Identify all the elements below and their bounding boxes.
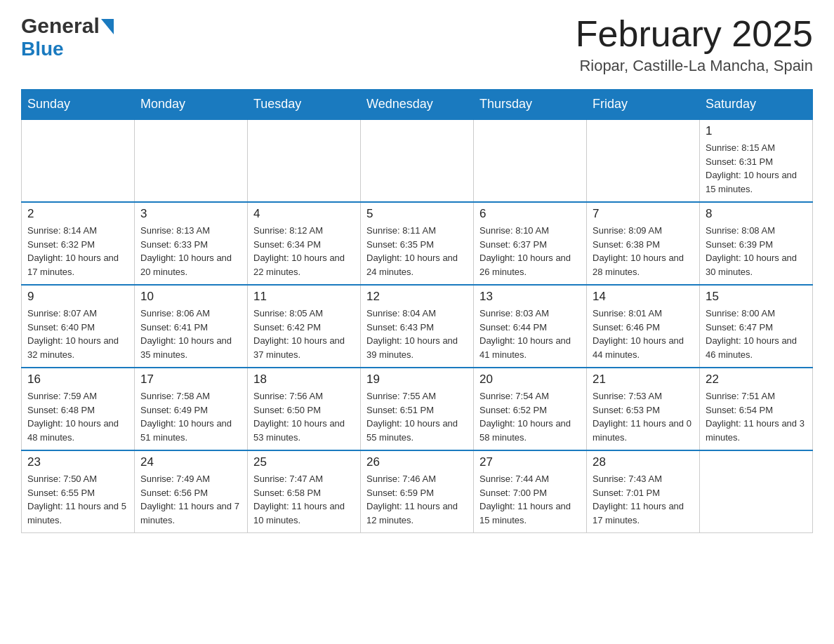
day-info: Sunrise: 8:01 AMSunset: 6:46 PMDaylight:…	[593, 307, 694, 361]
logo-triangle-icon	[101, 19, 114, 34]
day-info: Sunrise: 7:51 AMSunset: 6:54 PMDaylight:…	[706, 389, 807, 444]
day-info: Sunrise: 7:59 AMSunset: 6:48 PMDaylight:…	[27, 389, 128, 444]
calendar-day-cell	[700, 450, 813, 533]
day-info: Sunrise: 7:46 AMSunset: 6:59 PMDaylight:…	[366, 472, 468, 527]
day-number: 8	[706, 207, 807, 221]
day-info: Sunrise: 8:00 AMSunset: 6:47 PMDaylight:…	[706, 307, 807, 361]
day-number: 20	[479, 373, 581, 387]
day-number: 2	[27, 207, 128, 221]
calendar-week-row: 9Sunrise: 8:07 AMSunset: 6:40 PMDaylight…	[22, 285, 813, 368]
day-info: Sunrise: 8:14 AMSunset: 6:32 PMDaylight:…	[27, 224, 128, 279]
day-number: 25	[253, 455, 355, 469]
calendar-day-cell: 8Sunrise: 8:08 AMSunset: 6:39 PMDaylight…	[700, 202, 813, 285]
day-number: 11	[253, 290, 355, 304]
day-info: Sunrise: 8:12 AMSunset: 6:34 PMDaylight:…	[253, 224, 355, 279]
day-info: Sunrise: 8:03 AMSunset: 6:44 PMDaylight:…	[479, 307, 581, 361]
day-info: Sunrise: 7:54 AMSunset: 6:52 PMDaylight:…	[479, 389, 581, 444]
calendar-day-cell: 22Sunrise: 7:51 AMSunset: 6:54 PMDayligh…	[700, 368, 813, 450]
location-subtitle: Riopar, Castille-La Mancha, Spain	[576, 57, 813, 75]
calendar-day-cell: 28Sunrise: 7:43 AMSunset: 7:01 PMDayligh…	[587, 450, 700, 533]
calendar-day-cell: 9Sunrise: 8:07 AMSunset: 6:40 PMDaylight…	[22, 285, 135, 368]
day-info: Sunrise: 7:55 AMSunset: 6:51 PMDaylight:…	[366, 389, 468, 444]
day-number: 9	[27, 290, 128, 304]
day-info: Sunrise: 7:43 AMSunset: 7:01 PMDaylight:…	[593, 472, 694, 527]
calendar-week-row: 2Sunrise: 8:14 AMSunset: 6:32 PMDaylight…	[22, 202, 813, 285]
day-info: Sunrise: 8:10 AMSunset: 6:37 PMDaylight:…	[479, 224, 581, 279]
logo-area: General Blue	[21, 14, 114, 60]
col-sunday: Sunday	[22, 90, 135, 120]
calendar-day-cell: 21Sunrise: 7:53 AMSunset: 6:53 PMDayligh…	[587, 368, 700, 450]
day-info: Sunrise: 8:09 AMSunset: 6:38 PMDaylight:…	[593, 224, 694, 279]
calendar-day-cell	[22, 119, 135, 202]
day-info: Sunrise: 8:11 AMSunset: 6:35 PMDaylight:…	[366, 224, 468, 279]
logo-blue-text: Blue	[21, 38, 64, 60]
calendar-day-cell: 14Sunrise: 8:01 AMSunset: 6:46 PMDayligh…	[587, 285, 700, 368]
calendar-day-cell: 23Sunrise: 7:50 AMSunset: 6:55 PMDayligh…	[22, 450, 135, 533]
calendar-week-row: 16Sunrise: 7:59 AMSunset: 6:48 PMDayligh…	[22, 368, 813, 450]
day-info: Sunrise: 7:58 AMSunset: 6:49 PMDaylight:…	[140, 389, 241, 444]
day-info: Sunrise: 7:50 AMSunset: 6:55 PMDaylight:…	[27, 472, 128, 527]
col-monday: Monday	[135, 90, 248, 120]
calendar-day-cell	[248, 119, 361, 202]
calendar-day-cell: 2Sunrise: 8:14 AMSunset: 6:32 PMDaylight…	[22, 202, 135, 285]
calendar-table: Sunday Monday Tuesday Wednesday Thursday…	[21, 89, 813, 533]
day-number: 15	[706, 290, 807, 304]
calendar-day-cell: 25Sunrise: 7:47 AMSunset: 6:58 PMDayligh…	[248, 450, 361, 533]
col-saturday: Saturday	[700, 90, 813, 120]
calendar-day-cell	[135, 119, 248, 202]
calendar-day-cell: 7Sunrise: 8:09 AMSunset: 6:38 PMDaylight…	[587, 202, 700, 285]
day-number: 14	[593, 290, 694, 304]
calendar-day-cell: 4Sunrise: 8:12 AMSunset: 6:34 PMDaylight…	[248, 202, 361, 285]
day-number: 26	[366, 455, 468, 469]
calendar-day-cell: 24Sunrise: 7:49 AMSunset: 6:56 PMDayligh…	[135, 450, 248, 533]
day-number: 17	[140, 373, 241, 387]
day-number: 3	[140, 207, 241, 221]
calendar-day-cell: 16Sunrise: 7:59 AMSunset: 6:48 PMDayligh…	[22, 368, 135, 450]
calendar-week-row: 1Sunrise: 8:15 AMSunset: 6:31 PMDaylight…	[22, 119, 813, 202]
day-number: 23	[27, 455, 128, 469]
day-info: Sunrise: 8:15 AMSunset: 6:31 PMDaylight:…	[706, 141, 807, 196]
day-number: 16	[27, 373, 128, 387]
day-number: 4	[253, 207, 355, 221]
calendar-day-cell: 13Sunrise: 8:03 AMSunset: 6:44 PMDayligh…	[474, 285, 587, 368]
col-tuesday: Tuesday	[248, 90, 361, 120]
calendar-day-cell: 20Sunrise: 7:54 AMSunset: 6:52 PMDayligh…	[474, 368, 587, 450]
calendar-day-cell: 10Sunrise: 8:06 AMSunset: 6:41 PMDayligh…	[135, 285, 248, 368]
day-info: Sunrise: 7:53 AMSunset: 6:53 PMDaylight:…	[593, 389, 694, 444]
day-number: 24	[140, 455, 241, 469]
day-number: 21	[593, 373, 694, 387]
day-info: Sunrise: 8:05 AMSunset: 6:42 PMDaylight:…	[253, 307, 355, 361]
calendar-day-cell: 26Sunrise: 7:46 AMSunset: 6:59 PMDayligh…	[361, 450, 474, 533]
day-number: 19	[366, 373, 468, 387]
title-area: February 2025 Riopar, Castille-La Mancha…	[576, 14, 813, 75]
day-info: Sunrise: 7:44 AMSunset: 7:00 PMDaylight:…	[479, 472, 581, 527]
calendar-day-cell: 3Sunrise: 8:13 AMSunset: 6:33 PMDaylight…	[135, 202, 248, 285]
day-info: Sunrise: 7:56 AMSunset: 6:50 PMDaylight:…	[253, 389, 355, 444]
calendar-day-cell: 18Sunrise: 7:56 AMSunset: 6:50 PMDayligh…	[248, 368, 361, 450]
calendar-day-cell: 17Sunrise: 7:58 AMSunset: 6:49 PMDayligh…	[135, 368, 248, 450]
calendar-day-cell: 11Sunrise: 8:05 AMSunset: 6:42 PMDayligh…	[248, 285, 361, 368]
calendar-day-cell: 1Sunrise: 8:15 AMSunset: 6:31 PMDaylight…	[700, 119, 813, 202]
calendar-day-cell: 5Sunrise: 8:11 AMSunset: 6:35 PMDaylight…	[361, 202, 474, 285]
calendar-day-cell: 6Sunrise: 8:10 AMSunset: 6:37 PMDaylight…	[474, 202, 587, 285]
col-thursday: Thursday	[474, 90, 587, 120]
day-info: Sunrise: 8:13 AMSunset: 6:33 PMDaylight:…	[140, 224, 241, 279]
day-number: 27	[479, 455, 581, 469]
calendar-day-cell	[474, 119, 587, 202]
day-number: 13	[479, 290, 581, 304]
month-title: February 2025	[576, 14, 813, 54]
calendar-day-cell: 19Sunrise: 7:55 AMSunset: 6:51 PMDayligh…	[361, 368, 474, 450]
day-info: Sunrise: 8:04 AMSunset: 6:43 PMDaylight:…	[366, 307, 468, 361]
calendar-day-cell: 15Sunrise: 8:00 AMSunset: 6:47 PMDayligh…	[700, 285, 813, 368]
day-number: 1	[706, 124, 807, 138]
col-friday: Friday	[587, 90, 700, 120]
calendar-day-cell	[361, 119, 474, 202]
day-info: Sunrise: 7:47 AMSunset: 6:58 PMDaylight:…	[253, 472, 355, 527]
day-info: Sunrise: 8:06 AMSunset: 6:41 PMDaylight:…	[140, 307, 241, 361]
day-number: 6	[479, 207, 581, 221]
day-number: 12	[366, 290, 468, 304]
day-number: 28	[593, 455, 694, 469]
calendar-week-row: 23Sunrise: 7:50 AMSunset: 6:55 PMDayligh…	[22, 450, 813, 533]
day-info: Sunrise: 8:07 AMSunset: 6:40 PMDaylight:…	[27, 307, 128, 361]
calendar-day-cell: 12Sunrise: 8:04 AMSunset: 6:43 PMDayligh…	[361, 285, 474, 368]
